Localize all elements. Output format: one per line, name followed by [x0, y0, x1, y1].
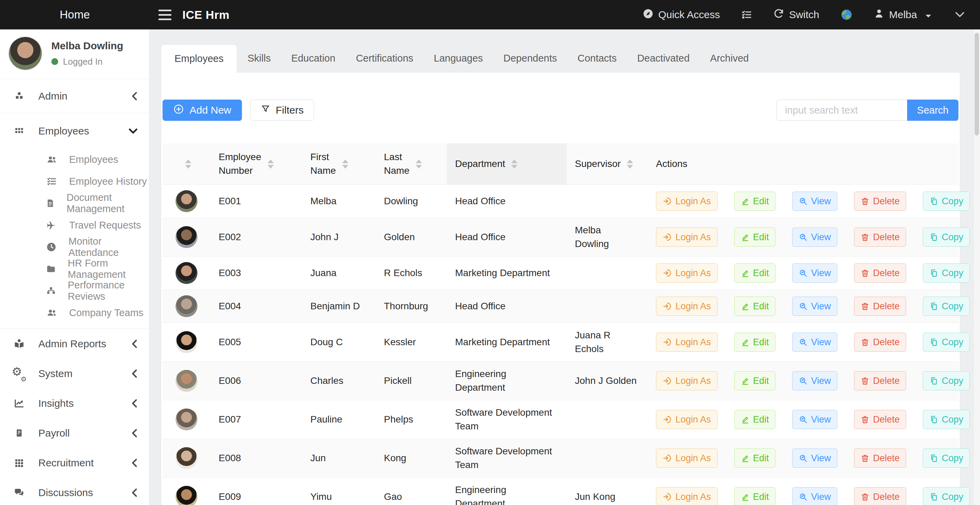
filters-button[interactable]: Filters — [250, 100, 315, 121]
sidebar-item-admin[interactable]: Admin — [0, 79, 149, 113]
edit-button[interactable]: Edit — [734, 487, 776, 505]
sidebar-item-document-management[interactable]: Document Management — [0, 192, 149, 214]
header-employee-number[interactable]: Employee Number — [210, 143, 302, 185]
login-as-button[interactable]: Login As — [656, 227, 718, 247]
copy-button[interactable]: Copy — [923, 264, 970, 283]
sidebar-item-recruitment[interactable]: Recruitment — [0, 448, 149, 478]
sidebar-item-employees[interactable]: Employees — [0, 148, 149, 170]
edit-button[interactable]: Edit — [734, 449, 776, 468]
sidebar-item-performance-reviews[interactable]: Performance Reviews — [0, 280, 149, 302]
edit-button[interactable]: Edit — [734, 264, 776, 283]
delete-button[interactable]: Delete — [854, 449, 906, 468]
sort-icon[interactable] — [627, 159, 633, 169]
edit-button[interactable]: Edit — [734, 227, 776, 247]
copy-button[interactable]: Copy — [923, 487, 970, 505]
sidebar-item-travel-requests[interactable]: Travel Requests — [0, 214, 149, 236]
edit-button[interactable]: Edit — [734, 192, 776, 211]
sidebar-item-insights[interactable]: Insights — [0, 388, 149, 418]
tab-contacts[interactable]: Contacts — [567, 44, 627, 72]
sort-icon[interactable] — [185, 159, 191, 169]
copy-button[interactable]: Copy — [923, 297, 970, 316]
delete-button[interactable]: Delete — [854, 487, 906, 505]
sort-icon[interactable] — [267, 159, 274, 169]
tab-education[interactable]: Education — [281, 44, 345, 72]
header-department[interactable]: Department — [447, 143, 566, 185]
tab-certifications[interactable]: Certifications — [345, 44, 424, 72]
gears-icon: ⚙⚙ — [13, 367, 25, 380]
sidebar-item-company-teams[interactable]: Company Teams — [0, 302, 149, 324]
edit-button[interactable]: Edit — [734, 371, 776, 391]
home-link[interactable]: Home — [60, 8, 90, 21]
sidebar-item-employee-history[interactable]: Employee History — [0, 170, 149, 192]
header-supervisor[interactable]: Supervisor — [566, 143, 648, 185]
tab-skills[interactable]: Skills — [237, 44, 281, 72]
delete-button[interactable]: Delete — [854, 410, 906, 429]
login-as-button[interactable]: Login As — [656, 192, 718, 211]
tab-archived[interactable]: Archived — [700, 44, 759, 72]
page-scrollbar[interactable] — [973, 29, 980, 505]
first-name-cell: Charles — [302, 362, 376, 400]
header-last-name[interactable]: Last Name — [376, 143, 447, 185]
tab-deactivated[interactable]: Deactivated — [627, 44, 700, 72]
tab-dependents[interactable]: Dependents — [493, 44, 567, 72]
copy-button[interactable]: Copy — [923, 192, 970, 211]
view-button[interactable]: View — [792, 333, 837, 352]
sidebar-item-hr-form-management[interactable]: HR Form Management — [0, 258, 149, 280]
view-button[interactable]: View — [792, 264, 837, 283]
delete-button[interactable]: Delete — [854, 297, 906, 316]
header-first-name[interactable]: First Name — [302, 143, 376, 185]
sidebar-item-monitor-attendance[interactable]: Monitor Attendance — [0, 236, 149, 258]
view-button[interactable]: View — [792, 487, 837, 505]
tab-languages[interactable]: Languages — [424, 44, 493, 72]
delete-button[interactable]: Delete — [854, 227, 906, 247]
login-as-button[interactable]: Login As — [656, 264, 718, 283]
copy-button[interactable]: Copy — [923, 449, 970, 468]
switch-button[interactable]: Switch — [773, 8, 819, 22]
login-as-button[interactable]: Login As — [656, 410, 718, 429]
login-as-button[interactable]: Login As — [656, 297, 718, 316]
delete-button[interactable]: Delete — [854, 264, 906, 283]
login-as-button[interactable]: Login As — [656, 487, 718, 505]
header-avatar[interactable] — [162, 143, 210, 185]
search-button[interactable]: Search — [907, 100, 958, 121]
app-brand[interactable]: ICE Hrm — [182, 8, 230, 22]
login-as-button[interactable]: Login As — [656, 449, 718, 468]
copy-button[interactable]: Copy — [923, 333, 970, 352]
search-input[interactable] — [776, 100, 907, 121]
tasks-icon[interactable] — [741, 9, 752, 20]
language-globe-icon[interactable] — [840, 8, 853, 21]
copy-button[interactable]: Copy — [923, 371, 970, 391]
sidebar-item-payroll[interactable]: Payroll — [0, 418, 149, 448]
scrollbar-thumb[interactable] — [975, 33, 979, 135]
quick-access-button[interactable]: Quick Access — [643, 8, 720, 22]
sidebar-item-discussions[interactable]: Discussions — [0, 478, 149, 505]
view-button[interactable]: View — [792, 371, 837, 391]
copy-button[interactable]: Copy — [923, 410, 970, 429]
user-menu[interactable]: Melba — [874, 8, 931, 21]
delete-button[interactable]: Delete — [854, 192, 906, 211]
view-button[interactable]: View — [792, 192, 837, 211]
delete-button[interactable]: Delete — [854, 333, 906, 352]
hamburger-menu-icon[interactable] — [155, 6, 175, 24]
sort-icon[interactable] — [511, 159, 517, 169]
view-button[interactable]: View — [792, 227, 837, 247]
view-button[interactable]: View — [792, 297, 837, 316]
sidebar-item-employees-group[interactable]: Employees — [0, 113, 149, 148]
sort-icon[interactable] — [416, 159, 422, 169]
sort-icon[interactable] — [342, 159, 348, 169]
tab-employees[interactable]: Employees — [161, 44, 237, 73]
delete-button[interactable]: Delete — [854, 371, 906, 391]
edit-button[interactable]: Edit — [734, 297, 776, 316]
edit-button[interactable]: Edit — [734, 333, 776, 352]
search-group: Search — [776, 100, 958, 121]
add-new-button[interactable]: Add New — [162, 100, 242, 121]
edit-button[interactable]: Edit — [734, 410, 776, 429]
navbar-collapse-chevron-icon[interactable] — [955, 11, 965, 18]
copy-button[interactable]: Copy — [923, 227, 970, 247]
view-button[interactable]: View — [792, 449, 837, 468]
view-button[interactable]: View — [792, 410, 837, 429]
login-as-button[interactable]: Login As — [656, 371, 718, 391]
login-as-button[interactable]: Login As — [656, 333, 718, 352]
sidebar-item-system[interactable]: ⚙⚙ System — [0, 359, 149, 388]
sidebar-item-admin-reports[interactable]: Admin Reports — [0, 329, 149, 359]
